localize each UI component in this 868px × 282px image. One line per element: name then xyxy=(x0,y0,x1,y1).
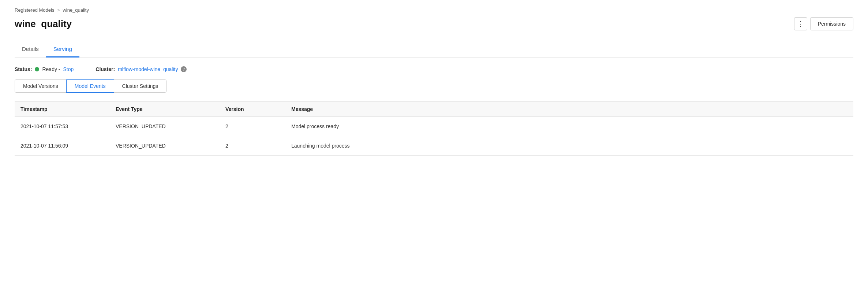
cell-timestamp-1: 2021-10-07 11:57:53 xyxy=(20,123,116,129)
events-table: Timestamp Event Type Version Message 202… xyxy=(15,101,853,156)
breadcrumb-parent[interactable]: Registered Models xyxy=(15,7,54,13)
breadcrumb-separator: > xyxy=(57,8,60,13)
tabs-row: Details Serving xyxy=(15,41,853,57)
cell-event-type-1: VERSION_UPDATED xyxy=(116,123,225,129)
sub-tab-model-events[interactable]: Model Events xyxy=(66,79,114,93)
breadcrumb-current: wine_quality xyxy=(63,7,89,13)
status-ready-text: Ready - xyxy=(42,66,60,72)
sub-tabs-row: Model Versions Model Events Cluster Sett… xyxy=(15,79,853,93)
more-options-icon: ⋮ xyxy=(797,20,804,28)
header-actions: ⋮ Permissions xyxy=(794,17,853,30)
status-row: Status: Ready - Stop Cluster: mlflow-mod… xyxy=(15,66,853,72)
cell-version-1: 2 xyxy=(225,123,291,129)
table-row: 2021-10-07 11:57:53 VERSION_UPDATED 2 Mo… xyxy=(15,117,853,136)
col-header-event-type: Event Type xyxy=(116,106,225,112)
sub-tab-cluster-settings[interactable]: Cluster Settings xyxy=(114,79,167,93)
header-row: wine_quality ⋮ Permissions xyxy=(15,17,853,30)
stop-link[interactable]: Stop xyxy=(63,66,74,72)
cell-event-type-2: VERSION_UPDATED xyxy=(116,143,225,149)
col-header-version: Version xyxy=(225,106,291,112)
status-label: Status: xyxy=(15,66,32,72)
permissions-button[interactable]: Permissions xyxy=(810,17,853,30)
cluster-link[interactable]: mlflow-model-wine_quality xyxy=(118,66,178,72)
status-item: Status: Ready - Stop xyxy=(15,66,74,72)
tab-details[interactable]: Details xyxy=(15,41,46,57)
page-wrapper: Registered Models > wine_quality wine_qu… xyxy=(0,0,868,282)
sub-tab-model-versions[interactable]: Model Versions xyxy=(15,79,67,93)
status-dot xyxy=(35,67,39,71)
cluster-label: Cluster: xyxy=(96,66,115,72)
cell-message-2: Launching model process xyxy=(291,143,848,149)
cell-timestamp-2: 2021-10-07 11:56:09 xyxy=(20,143,116,149)
table-row: 2021-10-07 11:56:09 VERSION_UPDATED 2 La… xyxy=(15,136,853,156)
cluster-item: Cluster: mlflow-model-wine_quality ? xyxy=(96,66,187,72)
help-icon[interactable]: ? xyxy=(181,66,187,72)
more-options-button[interactable]: ⋮ xyxy=(794,17,807,30)
page-title: wine_quality xyxy=(15,18,72,30)
tab-serving[interactable]: Serving xyxy=(46,41,79,57)
cell-version-2: 2 xyxy=(225,143,291,149)
breadcrumb: Registered Models > wine_quality xyxy=(15,7,853,13)
table-header-row: Timestamp Event Type Version Message xyxy=(15,102,853,117)
cell-message-1: Model process ready xyxy=(291,123,848,129)
col-header-message: Message xyxy=(291,106,848,112)
col-header-timestamp: Timestamp xyxy=(20,106,116,112)
